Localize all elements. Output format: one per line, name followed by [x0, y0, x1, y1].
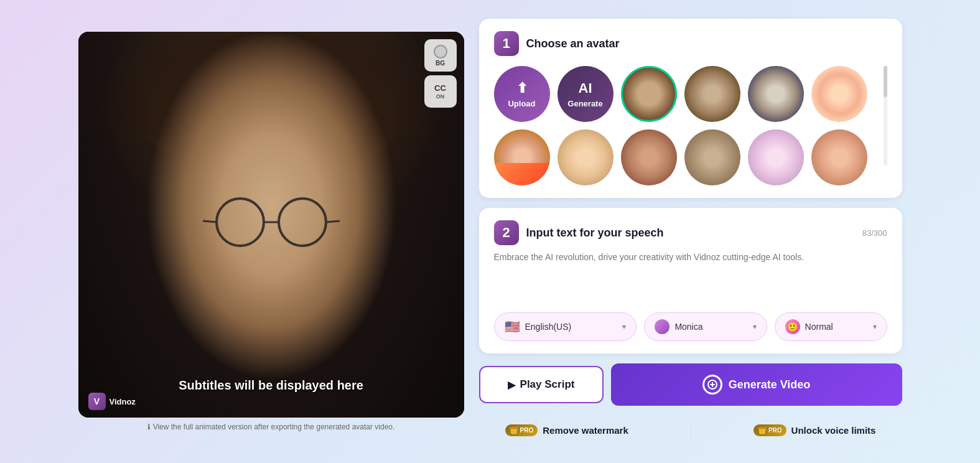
svg-point-1	[279, 199, 326, 246]
generate-label: Generate Video	[729, 378, 811, 391]
svg-line-4	[326, 221, 340, 222]
action-row: ▶ Play Script Generate Video	[479, 363, 902, 406]
cc-state: ON	[436, 93, 445, 100]
svg-point-0	[217, 199, 264, 246]
speech-input[interactable]	[494, 250, 887, 300]
upload-label: Upload	[508, 99, 535, 108]
vidnoz-icon: V	[88, 393, 106, 410]
avatar-grid-wrapper: ⬆ Upload AI Generate	[494, 66, 876, 185]
video-background	[78, 32, 464, 418]
bg-button[interactable]: BG	[424, 39, 457, 72]
pro-row: 👑 PRO Remove watermark 👑 PRO Unlock voic…	[479, 416, 902, 444]
ai-label: AI	[579, 80, 592, 96]
avatar-item-4[interactable]	[684, 66, 740, 122]
mood-chevron-icon: ▾	[873, 322, 877, 331]
avatar-row-1: ⬆ Upload AI Generate	[494, 66, 876, 122]
unlock-voice-label: Unlock voice limits	[791, 425, 876, 436]
avatar-item-10[interactable]	[684, 129, 740, 185]
step1-title: Choose an avatar	[526, 37, 620, 50]
crown-icon-2: 👑	[758, 426, 767, 434]
pro-divider	[691, 421, 691, 439]
glasses-svg	[203, 197, 340, 247]
info-label: View the full animated version after exp…	[153, 423, 395, 431]
char-count: 83/300	[862, 228, 887, 238]
pro-badge-label-2: PRO	[768, 427, 782, 434]
info-icon: ℹ	[147, 423, 151, 431]
remove-watermark-label: Remove watermark	[543, 425, 628, 436]
step2-badge: 2	[494, 220, 519, 245]
avatar-card: 1 Choose an avatar ⬆ Upload AI Generate	[479, 19, 902, 198]
generate-video-button[interactable]: Generate Video	[611, 363, 902, 406]
step1-badge: 1	[494, 31, 519, 56]
avatar-item-5[interactable]	[748, 66, 804, 122]
upload-icon: ⬆	[516, 80, 528, 96]
avatar-item-12[interactable]	[811, 129, 867, 185]
avatar-generate[interactable]: AI Generate	[558, 66, 614, 122]
pro-badge-label-1: PRO	[520, 427, 534, 434]
avatar-upload[interactable]: ⬆ Upload	[494, 66, 550, 122]
controls-row: 🇺🇸 English(US) ▾ Monica ▾ 🙂 Normal ▾	[494, 312, 887, 341]
video-controls: BG CC ON	[424, 39, 457, 108]
pro-badge-1: 👑 PRO	[505, 424, 538, 436]
video-preview: BG CC ON Subtitles will be displayed her…	[78, 32, 464, 418]
avatar-item-6[interactable]	[811, 66, 867, 122]
avatar-grid-container: ⬆ Upload AI Generate	[494, 66, 887, 185]
avatar-scrollbar[interactable]	[884, 66, 887, 166]
voice-avatar-icon	[655, 319, 670, 334]
info-bar: ℹ View the full animated version after e…	[147, 423, 395, 431]
avatar-item-7[interactable]	[494, 129, 550, 185]
unlock-voice-item[interactable]: 👑 PRO Unlock voice limits	[754, 424, 876, 436]
pro-badge-2: 👑 PRO	[754, 424, 786, 436]
play-label: Play Script	[520, 378, 575, 391]
bg-label: BG	[436, 60, 445, 67]
speech-card: 2 Input text for your speech 83/300 🇺🇸 E…	[479, 208, 902, 353]
step1-number: 1	[502, 35, 510, 52]
bg-icon	[434, 45, 447, 58]
speech-header: 2 Input text for your speech 83/300	[494, 220, 887, 245]
voice-chevron-icon: ▾	[753, 322, 757, 331]
remove-watermark-item[interactable]: 👑 PRO Remove watermark	[505, 424, 628, 436]
mood-label: Normal	[805, 322, 833, 332]
voice-dropdown[interactable]: Monica ▾	[644, 312, 767, 341]
avatar-item-selected[interactable]	[621, 66, 677, 122]
generate-icon	[702, 375, 722, 395]
crown-icon-1: 👑	[510, 426, 518, 434]
play-icon: ▶	[508, 379, 515, 391]
left-panel: BG CC ON Subtitles will be displayed her…	[78, 32, 464, 431]
svg-line-3	[203, 221, 217, 222]
mood-dropdown[interactable]: 🙂 Normal ▾	[775, 312, 887, 341]
avatar-row-2	[494, 129, 876, 185]
language-dropdown[interactable]: 🇺🇸 English(US) ▾	[494, 312, 637, 341]
subtitle-bar: Subtitles will be displayed here	[179, 378, 363, 393]
flag-icon: 🇺🇸	[505, 319, 520, 334]
cc-label: CC	[434, 84, 446, 92]
play-script-button[interactable]: ▶ Play Script	[479, 366, 604, 403]
generate-label: Generate	[567, 99, 602, 108]
avatar-item-8[interactable]	[558, 129, 614, 185]
scrollbar-thumb	[884, 66, 887, 97]
step2-title: Input text for your speech	[526, 227, 664, 240]
cc-button[interactable]: CC ON	[424, 75, 457, 108]
vidnoz-brand: Vidnoz	[110, 397, 136, 406]
subtitle-text: Subtitles will be displayed here	[179, 378, 363, 392]
step2-number: 2	[502, 225, 510, 241]
language-label: English(US)	[525, 322, 572, 332]
right-panel: 1 Choose an avatar ⬆ Upload AI Generate	[479, 19, 902, 444]
avatar-item-9[interactable]	[621, 129, 677, 185]
avatar-header: 1 Choose an avatar	[494, 31, 887, 56]
lang-chevron-icon: ▾	[622, 322, 626, 331]
mood-icon: 🙂	[785, 319, 800, 334]
vidnoz-logo: V Vidnoz	[88, 393, 136, 410]
avatar-item-11[interactable]	[748, 129, 804, 185]
voice-label: Monica	[674, 322, 702, 332]
